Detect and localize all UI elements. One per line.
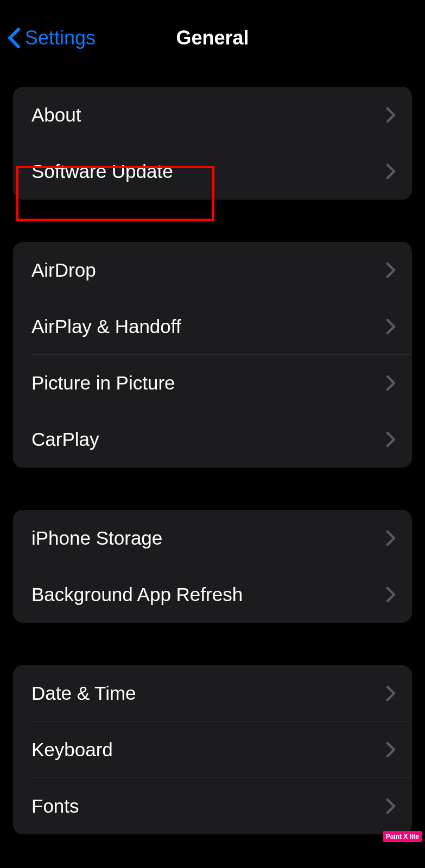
watermark-badge: Paint X lite: [383, 831, 422, 842]
row-picture-in-picture[interactable]: Picture in Picture: [13, 355, 412, 411]
settings-group-2: AirDrop AirPlay & Handoff Picture in Pic…: [13, 242, 412, 468]
row-label: Background App Refresh: [31, 584, 243, 605]
chevron-right-icon: [386, 318, 396, 335]
row-label: Picture in Picture: [31, 372, 175, 394]
row-keyboard[interactable]: Keyboard: [13, 722, 412, 778]
chevron-right-icon: [386, 530, 396, 546]
row-carplay[interactable]: CarPlay: [13, 411, 412, 468]
row-airplay-handoff[interactable]: AirPlay & Handoff: [13, 298, 412, 355]
row-label: Software Update: [31, 161, 173, 182]
row-label: Date & Time: [31, 682, 136, 704]
chevron-right-icon: [386, 742, 396, 758]
row-airdrop[interactable]: AirDrop: [13, 242, 412, 298]
row-label: Fonts: [31, 795, 79, 817]
chevron-right-icon: [386, 163, 396, 180]
row-label: iPhone Storage: [31, 527, 162, 549]
chevron-left-icon: [8, 27, 21, 49]
row-about[interactable]: About: [13, 87, 412, 143]
chevron-right-icon: [386, 107, 396, 123]
chevron-right-icon: [386, 798, 396, 814]
row-label: AirPlay & Handoff: [31, 316, 181, 337]
settings-group-3: iPhone Storage Background App Refresh: [13, 510, 412, 623]
row-label: Keyboard: [31, 739, 113, 761]
row-label: AirDrop: [31, 259, 96, 281]
row-label: About: [31, 104, 81, 126]
row-background-app-refresh[interactable]: Background App Refresh: [13, 566, 412, 623]
chevron-right-icon: [386, 586, 396, 603]
chevron-right-icon: [386, 375, 396, 391]
back-button[interactable]: Settings: [8, 27, 96, 49]
back-label: Settings: [25, 27, 96, 49]
row-label: CarPlay: [31, 429, 99, 450]
chevron-right-icon: [386, 262, 396, 278]
row-software-update[interactable]: Software Update: [13, 143, 412, 200]
row-date-time[interactable]: Date & Time: [13, 665, 412, 722]
row-iphone-storage[interactable]: iPhone Storage: [13, 510, 412, 566]
page-title: General: [176, 27, 249, 49]
settings-content: About Software Update AirDrop AirPlay & …: [0, 54, 425, 834]
chevron-right-icon: [386, 431, 396, 448]
navigation-bar: Settings General: [0, 0, 425, 54]
settings-group-1: About Software Update: [13, 87, 412, 200]
row-fonts[interactable]: Fonts: [13, 778, 412, 834]
chevron-right-icon: [386, 685, 396, 701]
settings-group-4: Date & Time Keyboard Fonts: [13, 665, 412, 834]
